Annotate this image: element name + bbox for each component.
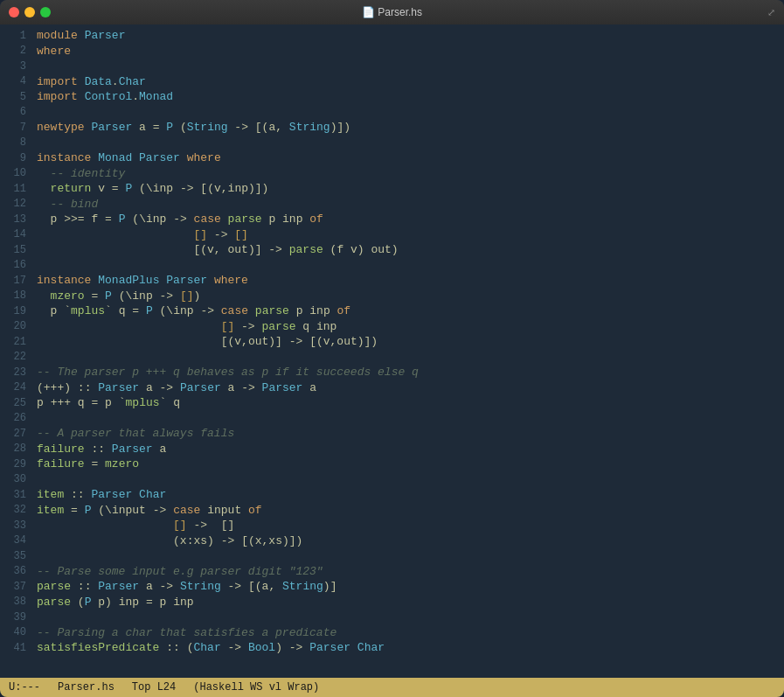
line-32: 32 item = P (\input -> case input of (0, 503, 784, 519)
line-19: 19 p `mplus` q = P (\inp -> case parse p… (0, 303, 784, 319)
line-38: 38 parse (P p) inp = p inp (0, 595, 784, 610)
line-8: 8 (0, 136, 784, 151)
editor-area[interactable]: 1 module Parser 2 where 3 4 import Data.… (0, 24, 784, 678)
line-4: 4 import Data.Char (0, 74, 784, 90)
status-mode-info: (Haskell WS vl Wrap) (193, 681, 319, 694)
line-25: 25 p +++ q = p `mplus` q (0, 395, 784, 411)
window-title: 📄 Parser.hs (362, 6, 422, 18)
main-window: 📄 Parser.hs ⤢ 1 module Parser 2 where 3 (0, 0, 784, 697)
line-14: 14 [] -> [] (0, 227, 784, 243)
line-10: 10 -- identity (0, 166, 784, 182)
line-37: 37 parse :: Parser a -> String -> [(a, S… (0, 579, 784, 595)
line-21: 21 [(v,out)] -> [(v,out)]) (0, 334, 784, 350)
line-33: 33 [] -> [] (0, 518, 784, 533)
line-29: 29 failure = mzero (0, 457, 784, 472)
line-23: 23 -- The parser p +++ q behaves as p if… (0, 365, 784, 380)
line-1: 1 module Parser (0, 28, 784, 44)
titlebar: 📄 Parser.hs ⤢ (0, 0, 784, 24)
file-icon: 📄 (362, 6, 378, 18)
line-40: 40 -- Parsing a char that satisfies a pr… (0, 625, 784, 641)
line-20: 20 [] -> parse q inp (0, 319, 784, 335)
maximize-button[interactable] (40, 7, 51, 17)
status-position: Top L24 (132, 681, 176, 694)
line-6: 6 (0, 105, 784, 121)
line-24: 24 (+++) :: Parser a -> Parser a -> Pars… (0, 380, 784, 396)
line-27: 27 -- A parser that always fails (0, 426, 784, 442)
line-12: 12 -- bind (0, 197, 784, 213)
line-7: 7 newtype Parser a = P (String -> [(a, S… (0, 120, 784, 136)
status-filename: Parser.hs (58, 681, 114, 694)
line-35: 35 (0, 548, 784, 564)
code-area[interactable]: 1 module Parser 2 where 3 4 import Data.… (0, 24, 784, 659)
statusbar: U:--- Parser.hs Top L24 (Haskell WS vl W… (0, 678, 784, 697)
line-15: 15 [(v, out)] -> parse (f v) out) (0, 242, 784, 258)
close-button[interactable] (9, 7, 19, 17)
line-26: 26 (0, 411, 784, 427)
line-41: 41 satisfiesPredicate :: (Char -> Bool) … (0, 640, 784, 656)
line-16: 16 (0, 258, 784, 274)
line-5: 5 import Control.Monad (0, 89, 784, 105)
window-controls (9, 7, 51, 17)
line-18: 18 mzero = P (\inp -> []) (0, 289, 784, 304)
line-22: 22 (0, 350, 784, 366)
status-mode: U:--- (9, 681, 40, 694)
line-3: 3 (0, 59, 784, 74)
expand-icon[interactable]: ⤢ (767, 7, 775, 18)
line-9: 9 instance Monad Parser where (0, 150, 784, 166)
line-13: 13 p >>= f = P (\inp -> case parse p inp… (0, 212, 784, 227)
line-39: 39 (0, 610, 784, 625)
line-28: 28 failure :: Parser a (0, 442, 784, 457)
line-17: 17 instance MonadPlus Parser where (0, 273, 784, 289)
minimize-button[interactable] (24, 7, 35, 17)
line-36: 36 -- Parse some input e.g parser digit … (0, 564, 784, 580)
line-2: 2 where (0, 44, 784, 59)
line-34: 34 (x:xs) -> [(x,xs)]) (0, 533, 784, 549)
line-30: 30 (0, 472, 784, 488)
line-31: 31 item :: Parser Char (0, 487, 784, 503)
line-11: 11 return v = P (\inp -> [(v,inp)]) (0, 181, 784, 197)
